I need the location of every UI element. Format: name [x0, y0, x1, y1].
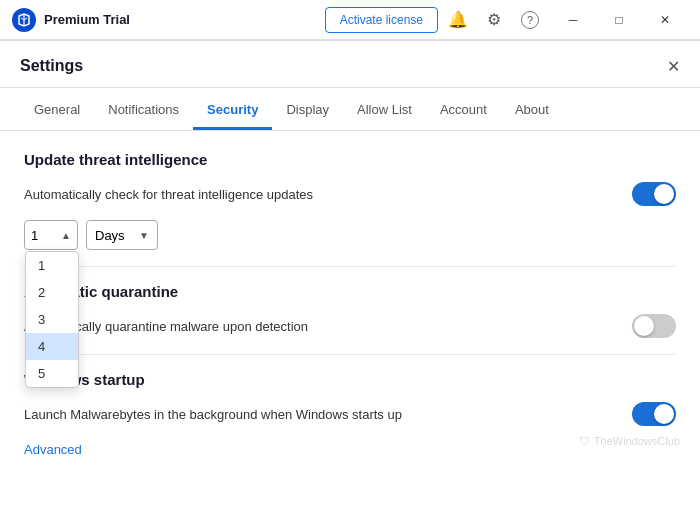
settings-content: Update threat intelligence Automatically… [0, 131, 700, 487]
windows-startup-row: Launch Malwarebytes in the background wh… [24, 402, 676, 426]
help-icon-button[interactable]: ? [514, 4, 546, 36]
interval-unit-select[interactable]: Days ▼ [86, 220, 158, 250]
question-icon: ? [521, 11, 539, 29]
window-controls: ─ □ ✕ [550, 0, 688, 40]
titlebar-left: Premium Trial [12, 8, 130, 32]
titlebar-right: Activate license 🔔 ⚙ ? ─ □ ✕ [325, 0, 688, 40]
chevron-down-icon: ▼ [139, 230, 149, 241]
titlebar: Premium Trial Activate license 🔔 ⚙ ? ─ □… [0, 0, 700, 40]
auto-check-toggle[interactable] [632, 182, 676, 206]
app-title: Premium Trial [44, 12, 130, 27]
bell-icon: 🔔 [448, 10, 468, 29]
notifications-icon-button[interactable]: 🔔 [442, 4, 474, 36]
settings-panel: Settings ✕ General Notifications Securit… [0, 40, 700, 507]
activate-license-button[interactable]: Activate license [325, 7, 438, 33]
interval-dropdown-list: 1 2 3 4 5 [25, 251, 79, 388]
tab-account[interactable]: Account [426, 92, 501, 130]
chevron-up-icon: ▲ [61, 230, 71, 241]
tab-general[interactable]: General [20, 92, 94, 130]
maximize-icon: □ [615, 13, 622, 27]
tab-display[interactable]: Display [272, 92, 343, 130]
auto-quarantine-row: Automatically quarantine malware upon de… [24, 314, 676, 338]
tab-about[interactable]: About [501, 92, 563, 130]
tab-allowlist[interactable]: Allow List [343, 92, 426, 130]
malwarebytes-logo [12, 8, 36, 32]
threat-intelligence-section: Update threat intelligence Automatically… [24, 151, 676, 250]
watermark-icon: 🛡 [579, 435, 590, 447]
dropdown-item-5[interactable]: 5 [26, 360, 78, 387]
tab-notifications[interactable]: Notifications [94, 92, 193, 130]
dropdown-item-1[interactable]: 1 [26, 252, 78, 279]
auto-quarantine-title-text2: atic quarantine [72, 283, 179, 300]
windows-startup-section: Windows startup Launch Malwarebytes in t… [24, 371, 676, 426]
interval-unit-label: Days [95, 228, 125, 243]
gear-icon: ⚙ [487, 10, 501, 29]
close-icon: ✕ [660, 13, 670, 27]
tabs-bar: General Notifications Security Display A… [0, 92, 700, 131]
auto-quarantine-toggle[interactable] [632, 314, 676, 338]
divider-2 [24, 354, 676, 355]
settings-icon-button[interactable]: ⚙ [478, 4, 510, 36]
auto-quarantine-label: Automatically quarantine malware upon de… [24, 319, 632, 334]
auto-check-label: Automatically check for threat intellige… [24, 187, 632, 202]
advanced-link[interactable]: Advanced [24, 442, 82, 457]
interval-value: 1 [31, 228, 38, 243]
settings-title: Settings [20, 57, 83, 75]
threat-intelligence-title: Update threat intelligence [24, 151, 676, 168]
windows-startup-toggle[interactable] [632, 402, 676, 426]
minimize-icon: ─ [569, 13, 578, 27]
auto-quarantine-section: Automatic quarantine Automatically quara… [24, 283, 676, 338]
dropdown-item-2[interactable]: 2 [26, 279, 78, 306]
tab-security[interactable]: Security [193, 92, 272, 130]
maximize-button[interactable]: □ [596, 0, 642, 40]
windows-startup-title: Windows startup [24, 371, 676, 388]
settings-header: Settings ✕ [0, 41, 700, 88]
interval-row: 1 ▲ 1 2 3 4 5 Days ▼ [24, 220, 676, 250]
auto-quarantine-title: Automatic quarantine [24, 283, 676, 300]
watermark-text: TheWindowsClub [594, 435, 680, 447]
settings-close-button[interactable]: ✕ [659, 53, 688, 80]
dropdown-item-4[interactable]: 4 [26, 333, 78, 360]
dropdown-item-3[interactable]: 3 [26, 306, 78, 333]
interval-number-select[interactable]: 1 ▲ 1 2 3 4 5 [24, 220, 78, 250]
auto-check-row: Automatically check for threat intellige… [24, 182, 676, 206]
watermark: 🛡 TheWindowsClub [579, 435, 680, 447]
minimize-button[interactable]: ─ [550, 0, 596, 40]
divider-1 [24, 266, 676, 267]
windows-startup-label: Launch Malwarebytes in the background wh… [24, 407, 632, 422]
close-window-button[interactable]: ✕ [642, 0, 688, 40]
